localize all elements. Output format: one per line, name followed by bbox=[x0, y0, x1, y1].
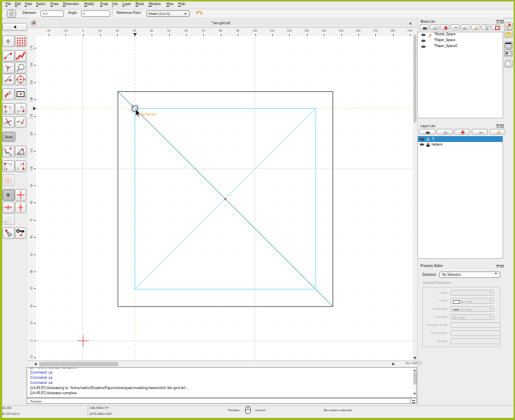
svg-text:x: x bbox=[10, 152, 12, 157]
svg-text:1: 1 bbox=[17, 110, 19, 113]
svg-text:1: 1 bbox=[4, 168, 6, 171]
svg-text:a: a bbox=[19, 151, 21, 154]
svg-text:2: 2 bbox=[20, 163, 22, 166]
svg-text:y: y bbox=[4, 146, 6, 151]
svg-text:2: 2 bbox=[21, 105, 23, 109]
svg-text:2: 2 bbox=[10, 106, 12, 110]
svg-text:2: 2 bbox=[10, 163, 13, 166]
svg-text:1: 1 bbox=[17, 167, 19, 171]
svg-text:Intersection: Intersection bbox=[139, 113, 157, 116]
